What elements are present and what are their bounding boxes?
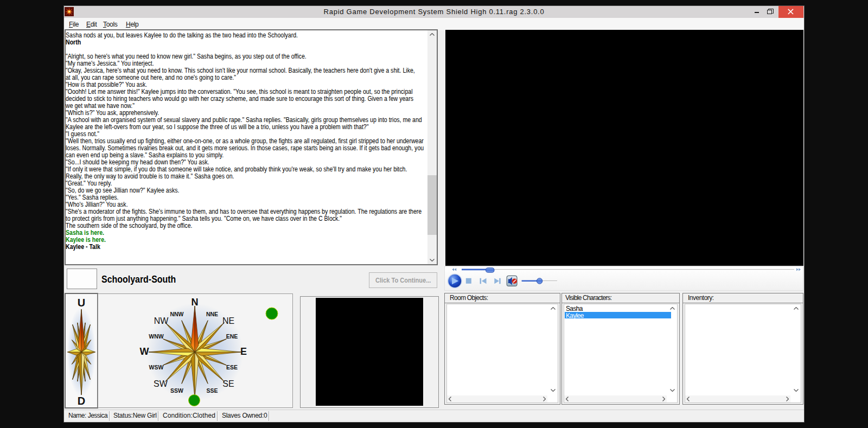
- svg-text:WNW: WNW: [149, 333, 163, 340]
- svg-text:ESE: ESE: [226, 364, 238, 370]
- svg-text:NE: NE: [222, 316, 234, 325]
- svg-text:W: W: [140, 346, 149, 357]
- svg-text:N: N: [192, 297, 199, 308]
- svg-text:NW: NW: [154, 316, 169, 325]
- svg-text:E: E: [240, 346, 247, 357]
- svg-text:SW: SW: [154, 379, 168, 388]
- svg-text:U: U: [78, 297, 85, 309]
- svg-text:NNW: NNW: [170, 311, 183, 317]
- svg-text:SSW: SSW: [170, 387, 183, 394]
- svg-text:SE: SE: [222, 379, 234, 388]
- svg-text:ENE: ENE: [226, 333, 238, 340]
- svg-text:WSW: WSW: [149, 364, 164, 370]
- svg-text:D: D: [78, 395, 85, 407]
- svg-text:NNE: NNE: [206, 311, 218, 317]
- svg-text:SSE: SSE: [206, 387, 218, 394]
